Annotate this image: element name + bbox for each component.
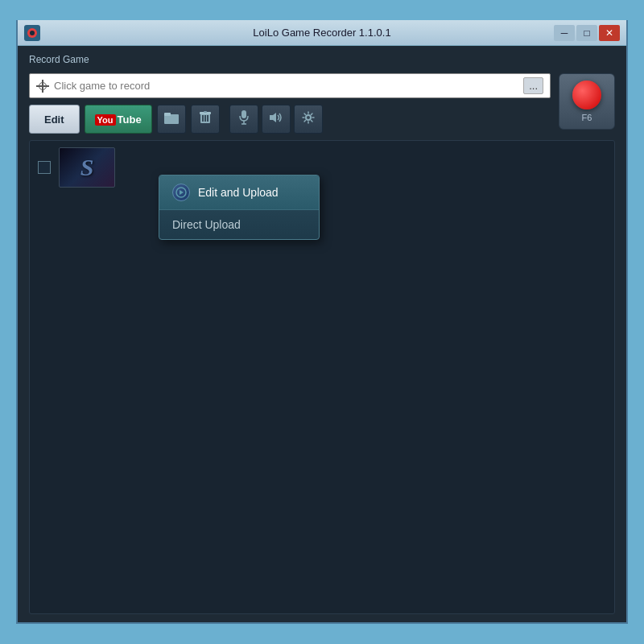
title-bar-left bbox=[24, 25, 40, 41]
youtube-button[interactable]: YouTube bbox=[85, 105, 152, 134]
item-checkbox[interactable] bbox=[38, 161, 51, 174]
speaker-button[interactable] bbox=[262, 105, 291, 134]
dots-button[interactable]: ... bbox=[523, 77, 543, 94]
svg-point-14 bbox=[306, 115, 311, 120]
maximize-button[interactable]: □ bbox=[576, 25, 597, 41]
trash-button[interactable] bbox=[191, 105, 220, 134]
record-label: Record Game bbox=[29, 54, 615, 65]
svg-rect-10 bbox=[242, 110, 246, 118]
video-thumbnail: S bbox=[59, 147, 115, 188]
toolbar-row: Edit YouTube bbox=[29, 105, 551, 134]
svg-marker-16 bbox=[180, 190, 184, 195]
svg-rect-6 bbox=[204, 111, 207, 113]
edit-and-upload-label: Edit and Upload bbox=[198, 186, 279, 199]
main-window: LoiLo Game Recorder 1.1.0.1 ─ □ ✕ Record… bbox=[16, 20, 628, 624]
svg-marker-13 bbox=[270, 113, 276, 122]
microphone-icon bbox=[239, 110, 249, 128]
record-button[interactable]: F6 bbox=[559, 73, 615, 130]
title-bar: LoiLo Game Recorder 1.1.0.1 ─ □ ✕ bbox=[18, 20, 626, 46]
record-key-label: F6 bbox=[582, 113, 592, 122]
audio-settings-group bbox=[229, 105, 323, 134]
svg-rect-3 bbox=[164, 113, 171, 116]
close-button[interactable]: ✕ bbox=[599, 25, 620, 41]
game-placeholder: Click game to record bbox=[54, 80, 518, 92]
window-title: LoiLo Game Recorder 1.1.0.1 bbox=[253, 27, 390, 39]
youtube-logo: YouTube bbox=[95, 114, 142, 126]
content-area: S Edit and Upload Direct Upload bbox=[29, 140, 615, 614]
header-row: Click game to record ... Edit YouTube bbox=[29, 73, 615, 134]
svg-point-1 bbox=[30, 31, 35, 35]
speaker-icon bbox=[269, 112, 283, 126]
minimize-button[interactable]: ─ bbox=[554, 25, 575, 41]
crosshair-icon bbox=[36, 80, 49, 93]
direct-upload-item[interactable]: Direct Upload bbox=[159, 210, 319, 239]
window-controls: ─ □ ✕ bbox=[554, 25, 620, 41]
edit-button[interactable]: Edit bbox=[29, 105, 80, 134]
gear-icon bbox=[302, 111, 315, 127]
folder-icon bbox=[164, 111, 179, 127]
edit-upload-icon bbox=[172, 184, 190, 201]
window-body: Record Game Click game to record ... Ed bbox=[18, 46, 626, 622]
record-dot bbox=[572, 80, 601, 109]
microphone-button[interactable] bbox=[229, 105, 258, 134]
direct-upload-label: Direct Upload bbox=[172, 218, 241, 231]
settings-button[interactable] bbox=[294, 105, 323, 134]
trash-icon bbox=[200, 111, 211, 127]
game-selector-row: Click game to record ... bbox=[29, 73, 551, 98]
app-icon bbox=[24, 25, 40, 41]
folder-button[interactable] bbox=[157, 105, 186, 134]
youtube-dropdown: Edit and Upload Direct Upload bbox=[159, 175, 320, 240]
video-item: S bbox=[30, 141, 614, 194]
thumb-letter: S bbox=[80, 154, 94, 181]
edit-and-upload-item[interactable]: Edit and Upload bbox=[159, 175, 319, 210]
game-input-wrapper[interactable]: Click game to record ... bbox=[29, 73, 551, 98]
